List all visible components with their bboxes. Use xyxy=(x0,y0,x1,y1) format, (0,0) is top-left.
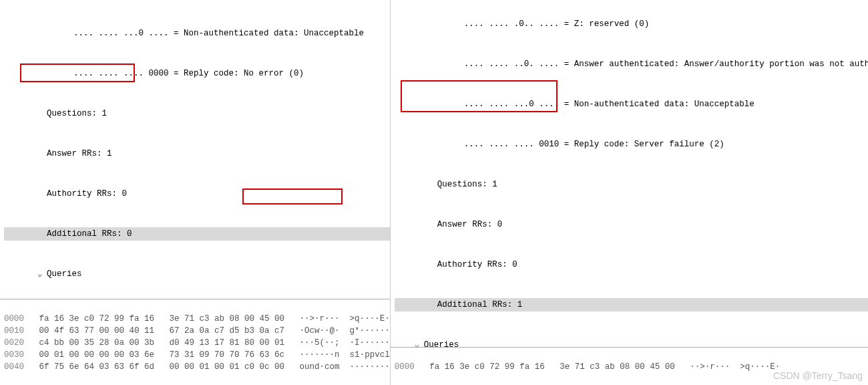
flag-row[interactable]: .... .... ..0. .... = Answer authenticat… xyxy=(395,57,868,71)
additional-rrs-count[interactable]: Additional RRs: 0 xyxy=(4,227,390,241)
flag-row[interactable]: .... .... .... 0000 = Reply code: No err… xyxy=(4,67,390,80)
answer-rrs-count[interactable]: Answer RRs: 1 xyxy=(4,147,390,160)
flag-row[interactable]: .... .... .... 0010 = Reply code: Server… xyxy=(395,138,868,151)
queries-node[interactable]: ⌄Queries xyxy=(395,338,868,347)
authority-rrs-count[interactable]: Authority RRs: 0 xyxy=(4,187,390,201)
questions-count[interactable]: Questions: 1 xyxy=(395,178,868,191)
flag-row-partial[interactable]: .... .... .0.. .... = Z: reserved (0) xyxy=(395,17,868,31)
right-pane: .... .... .0.. .... = Z: reserved (0) ..… xyxy=(390,0,868,385)
answer-rrs-count[interactable]: Answer RRs: 0 xyxy=(395,218,868,231)
right-tree[interactable]: .... .... .0.. .... = Z: reserved (0) ..… xyxy=(391,0,868,347)
authority-rrs-count[interactable]: Authority RRs: 0 xyxy=(395,258,868,271)
chevron-down-icon[interactable]: ⌄ xyxy=(415,338,424,347)
right-hexdump[interactable]: 0000 fa 16 3e c0 72 99 fa 16 3e 71 c3 ab… xyxy=(391,347,868,385)
flag-row[interactable]: .... .... ...0 .... = Non-authenticated … xyxy=(395,98,868,111)
queries-node[interactable]: ⌄Queries xyxy=(4,267,390,281)
flag-row[interactable]: .... .... ...0 .... = Non-authenticated … xyxy=(4,27,390,40)
additional-rrs-count[interactable]: Additional RRs: 1 xyxy=(395,298,868,311)
left-tree[interactable]: .... .... ...0 .... = Non-authenticated … xyxy=(0,0,390,299)
questions-count[interactable]: Questions: 1 xyxy=(4,107,390,120)
left-pane: .... .... ...0 .... = Non-authenticated … xyxy=(0,0,390,385)
left-hexdump[interactable]: 0000 fa 16 3e c0 72 99 fa 16 3e 71 c3 ab… xyxy=(0,299,390,385)
chevron-down-icon[interactable]: ⌄ xyxy=(37,267,47,281)
